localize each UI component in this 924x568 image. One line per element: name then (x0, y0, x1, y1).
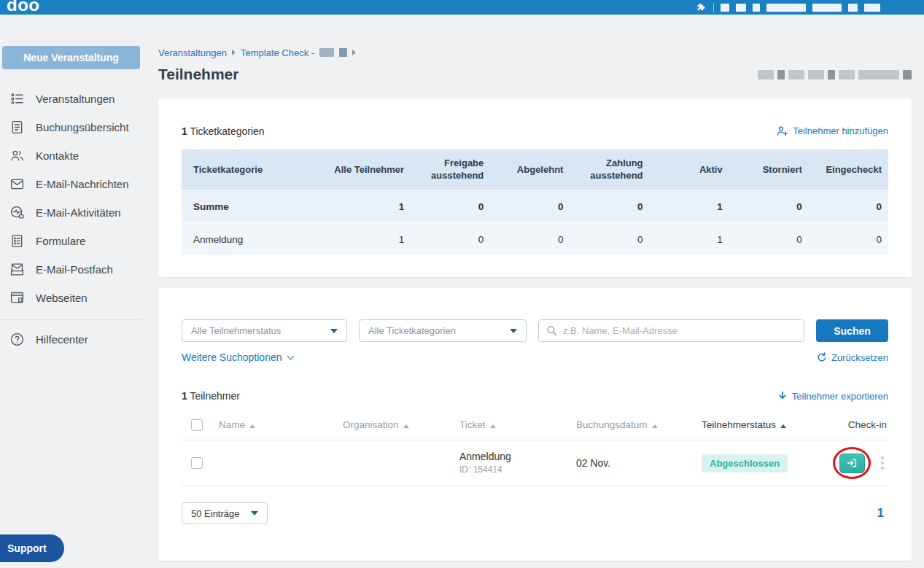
breadcrumb-event-link[interactable]: Template Check - (241, 47, 314, 58)
dropdown-value: Alle Teilnehmerstatus (191, 325, 281, 336)
checkin-wrap (833, 447, 871, 479)
more-search-options-link[interactable]: Weitere Suchoptionen (182, 351, 293, 363)
reset-link[interactable]: Zurücksetzen (817, 352, 888, 363)
title-row: Teilnehmer (158, 66, 912, 83)
ticket-categories-header: 1 Ticketkategorien Teilnehmer hinzufügen (182, 125, 888, 137)
categories-count: 1 Ticketkategorien (182, 125, 265, 137)
participant-status-cell: Abgeschlossen (696, 454, 818, 472)
help-icon (9, 332, 25, 347)
cell: 0 (411, 234, 490, 245)
sidebar-item-webseiten[interactable]: Webseiten (0, 284, 143, 312)
participant-ticket-cell: Anmeldung ID: 154414 (454, 450, 571, 475)
inbox-icon (9, 262, 25, 277)
cell: 0 (570, 201, 649, 212)
mail-icon (9, 176, 25, 192)
search-button[interactable]: Suchen (816, 319, 888, 342)
redacted-block (319, 48, 334, 57)
add-participant-label: Teilnehmer hinzufügen (793, 125, 888, 136)
table-footer: 50 Einträge 1 (182, 502, 888, 524)
column-header-name[interactable]: Name (214, 419, 338, 430)
app-logo[interactable]: doo (7, 0, 39, 15)
checkin-button[interactable] (839, 454, 865, 473)
status-badge: Abgeschlossen (702, 454, 788, 472)
row-checkbox[interactable] (191, 457, 203, 469)
column-header: Freigabe ausstehend (411, 157, 490, 182)
participant-date-cell: 02 Nov. (571, 457, 696, 469)
column-header-buchungsdatum[interactable]: Buchungsdatum (571, 419, 696, 430)
sort-asc-icon (490, 424, 496, 428)
column-header: Eingecheckt (809, 164, 888, 176)
filter-row: Alle Teilnehmerstatus Alle Ticketkategor… (182, 319, 888, 342)
sidebar-item-label: Webseiten (36, 292, 88, 304)
sidebar-item-label: Hilfecenter (36, 333, 88, 346)
sidebar-item-formulare[interactable]: Formulare (0, 227, 143, 255)
sort-asc-icon (403, 424, 409, 428)
column-header-teilnehmerstatus[interactable]: Teilnehmerstatus (696, 419, 818, 430)
redacted-block (848, 4, 858, 12)
row-menu-button[interactable] (878, 454, 887, 472)
export-label: Teilnehmer exportieren (792, 391, 888, 402)
sidebar-item-label: Buchungsübersicht (36, 121, 129, 133)
redacted-block (903, 70, 912, 79)
add-participant-link[interactable]: Teilnehmer hinzufügen (776, 125, 888, 137)
column-header-organisation[interactable]: Organisation (338, 419, 454, 430)
breadcrumb-events-link[interactable]: Veranstaltungen (158, 47, 227, 58)
sidebar-item-veranstaltungen[interactable]: Veranstaltungen (0, 85, 143, 113)
cell: 0 (729, 201, 809, 212)
table-row-summe: Summe 1 0 0 0 1 0 0 (182, 191, 888, 223)
new-event-button[interactable]: Neue Veranstaltung (2, 46, 140, 69)
participants-table: Name Organisation Ticket Buchungsdatum T… (182, 410, 888, 486)
cell: 1 (331, 234, 411, 245)
ticket-categories-table: Ticketkategorie Alle Teilnehmer Freigabe… (182, 149, 888, 255)
sidebar-item-email-aktivitaeten[interactable]: E-Mail-Aktivitäten (0, 198, 143, 227)
chevron-down-icon (330, 329, 338, 333)
chevron-down-icon (510, 329, 517, 333)
sidebar-item-label: E-Mail-Nachrichten (36, 178, 129, 190)
participants-header: 1 Teilnehmer Teilnehmer exportieren (182, 390, 888, 402)
redacted-block (777, 70, 785, 79)
search-input[interactable] (538, 319, 804, 342)
website-icon (9, 290, 25, 306)
screen: doo Neue Veranstaltung Veranstaltungen (0, 0, 924, 568)
cell: 1 (331, 201, 411, 212)
support-button[interactable]: Support (0, 534, 64, 562)
reset-label: Zurücksetzen (831, 352, 888, 363)
sidebar-item-buchungsuebersicht[interactable]: Buchungsübersicht (0, 113, 143, 141)
sort-asc-icon (249, 424, 255, 428)
ticket-category-dropdown[interactable]: Alle Ticketkategorien (359, 319, 527, 342)
checkin-arrow-icon (846, 457, 858, 469)
sidebar-item-email-nachrichten[interactable]: E-Mail-Nachrichten (0, 170, 143, 198)
breadcrumb: Veranstaltungen Template Check - (158, 47, 912, 58)
add-person-icon (776, 125, 788, 137)
header-redactions (758, 70, 912, 79)
redacted-block (858, 70, 899, 79)
main-content: Veranstaltungen Template Check - Teilneh… (143, 15, 924, 568)
cell: 0 (490, 201, 570, 212)
sidebar-item-label: E-Mail-Postfach (36, 263, 113, 276)
sidebar-item-email-postfach[interactable]: E-Mail-Postfach (0, 255, 143, 284)
redacted-block (766, 4, 806, 12)
row-select-cell (182, 457, 214, 469)
sidebar-item-hilfecenter[interactable]: Hilfecenter (0, 325, 143, 354)
page-size-value: 50 Einträge (191, 508, 240, 519)
column-header: Storniert (729, 164, 809, 176)
forms-icon (9, 233, 25, 249)
redacted-block (753, 4, 760, 12)
page-size-dropdown[interactable]: 50 Einträge (182, 502, 268, 524)
redacted-block (808, 70, 824, 79)
event-list-icon (9, 91, 25, 106)
column-header-checkin: Check-in (818, 419, 888, 430)
select-all-checkbox[interactable] (191, 419, 203, 431)
page-number[interactable]: 1 (877, 506, 884, 521)
categories-count-number: 1 (182, 125, 187, 137)
puzzle-icon[interactable] (696, 2, 707, 13)
participant-status-dropdown[interactable]: Alle Teilnehmerstatus (182, 319, 347, 342)
redacted-block (721, 4, 729, 12)
column-header-ticket[interactable]: Ticket (454, 419, 571, 430)
participants-card: Alle Teilnehmerstatus Alle Ticketkategor… (158, 288, 912, 561)
export-participants-link[interactable]: Teilnehmer exportieren (777, 391, 888, 402)
filter-row-2: Weitere Suchoptionen Zurücksetzen (182, 351, 888, 363)
sidebar-item-kontakte[interactable]: Kontakte (0, 141, 143, 170)
ticket-id: ID: 154414 (459, 464, 571, 475)
redacted-block (758, 70, 774, 79)
